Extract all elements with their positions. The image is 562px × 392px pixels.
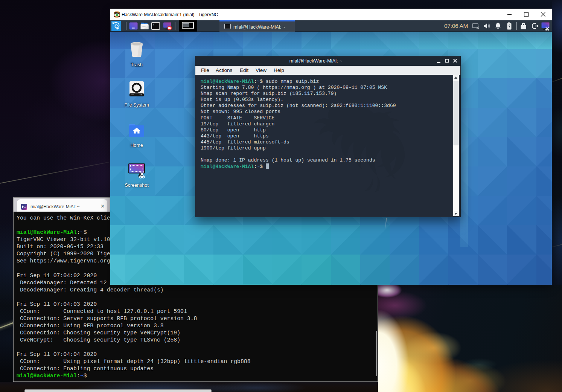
svg-text:$: $ xyxy=(153,23,154,26)
